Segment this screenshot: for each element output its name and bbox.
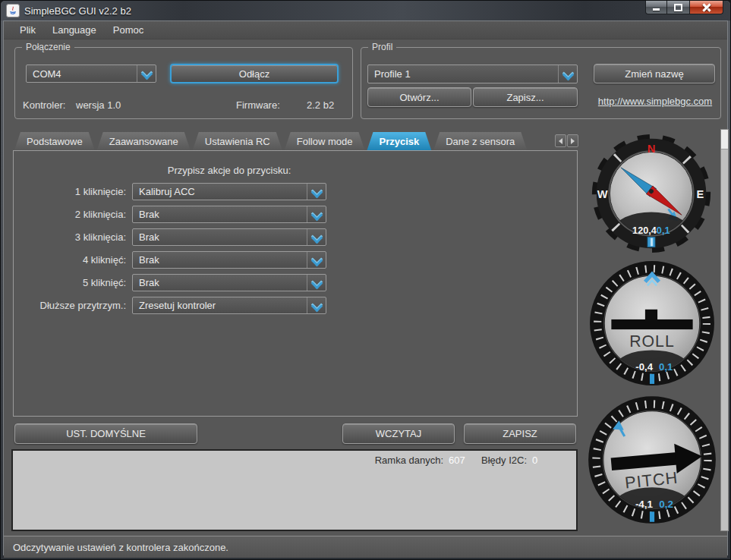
compass-north-label: N (648, 143, 656, 155)
simplebgc-link[interactable]: http://www.simplebgc.com (594, 96, 717, 107)
minimize-icon (653, 8, 660, 11)
tab-ustawienia-rc[interactable]: Ustawienia RC (193, 132, 282, 150)
controller-value: wersja 1.0 (76, 99, 121, 111)
defaults-button[interactable]: UST. DOMYŚLNE (14, 423, 197, 444)
menu-language[interactable]: Language (44, 23, 105, 37)
controller-label: Kontroler: (23, 99, 65, 111)
window-title: SimpleBGC GUI v2.2 b2 (24, 5, 131, 17)
profile-dropdown-button[interactable] (558, 65, 577, 83)
click2-select[interactable]: Brak (132, 206, 326, 223)
chevron-down-icon (313, 187, 320, 194)
long-press-label: Dłuższe przytrzym.: (14, 300, 126, 311)
minimize-button[interactable] (645, 1, 667, 14)
frames-value: 607 (449, 455, 468, 466)
rename-profile-button[interactable]: Zmień nazwę (594, 64, 715, 83)
pitch-angle-value: -4,1 (635, 499, 654, 510)
compass-gauge: N W E 120,4 0,1 (588, 131, 714, 256)
com-port-select[interactable]: COM4 (26, 64, 156, 83)
close-icon (690, 1, 723, 14)
tab-dane-z-sensora[interactable]: Dane z sensora (433, 132, 527, 150)
titlebar[interactable]: SimpleBGC GUI v2.2 b2 (1, 1, 730, 20)
com-port-value: COM4 (33, 68, 61, 80)
profile-select[interactable]: Profile 1 (367, 64, 578, 83)
click3-dropdown-button[interactable] (307, 229, 326, 245)
click3-value: Brak (139, 231, 159, 243)
pitch-gauge: PITCH -4,1 0,2 (585, 393, 719, 527)
chevron-down-icon (313, 232, 320, 240)
client-area: Plik Language Pomoc Połączenie COM4 Odłą… (3, 20, 728, 555)
roll-gauge: ROLL -0,4 0,1 (587, 258, 717, 389)
tab-follow-mode[interactable]: Follow mode (285, 132, 365, 150)
app-window: SimpleBGC GUI v2.2 b2 Plik Language Pomo… (0, 0, 731, 560)
maximize-button[interactable] (667, 1, 689, 14)
firmware-value: 2.2 b2 (307, 99, 334, 111)
tab-zaawansowane[interactable]: Zaawansowane (97, 132, 191, 150)
log-panel: Ramka danych: 607 Błędy I2C: 0 (11, 449, 578, 531)
vertical-scrollbar[interactable] (720, 129, 729, 531)
click2-label: 2 kliknięcia: (14, 209, 126, 220)
main-content: Połączenie COM4 Odłącz Kontroler: wersja… (4, 39, 727, 555)
click4-select[interactable]: Brak (132, 251, 326, 269)
arrow-right-icon (571, 138, 575, 144)
firmware-label: Firmware: (236, 99, 280, 111)
compass-west-label: W (597, 188, 608, 200)
long-press-dropdown-button[interactable] (307, 297, 326, 313)
click4-dropdown-button[interactable] (307, 252, 326, 268)
button-tab-panel: Przypisz akcje do przycisku: 1 kliknięci… (13, 150, 578, 417)
profile-group: Profil Profile 1 Zmień nazwę Otwórz... Z… (361, 47, 721, 119)
profile-value: Profile 1 (374, 68, 411, 80)
write-button[interactable]: ZAPISZ (464, 423, 576, 444)
chevron-down-icon (313, 300, 320, 308)
long-press-select[interactable]: Zresetuj kontroler (132, 297, 326, 314)
long-press-value: Zresetuj kontroler (139, 300, 216, 311)
window-controls (645, 1, 723, 14)
open-profile-button[interactable]: Otwórz... (367, 87, 471, 107)
tab-scroll-right-button[interactable] (567, 134, 578, 147)
tabstrip: Podstawowe Zaawansowane Ustawienia RC Fo… (14, 132, 527, 150)
tab-scroll-left-button[interactable] (555, 134, 566, 147)
click1-select[interactable]: Kalibruj ACC (132, 183, 326, 200)
click5-value: Brak (139, 277, 159, 288)
assign-actions-header: Przypisz akcje do przycisku: (132, 165, 326, 176)
save-profile-button[interactable]: Zapisz... (473, 87, 578, 107)
maximize-icon (674, 4, 682, 11)
i2c-errors-value: 0 (532, 455, 552, 466)
frames-label: Ramka danych: (375, 455, 443, 466)
click1-label: 1 kliknięcie: (14, 186, 126, 197)
com-port-dropdown-button[interactable] (137, 65, 156, 82)
pitch-rc-indicator (650, 511, 654, 521)
roll-angle-value: -0,4 (635, 361, 653, 373)
click2-dropdown-button[interactable] (307, 206, 326, 222)
profile-group-title: Profil (368, 42, 396, 52)
compass-east-label: E (697, 188, 704, 200)
click4-value: Brak (139, 254, 159, 266)
chevron-down-icon (313, 278, 320, 285)
tab-podstawowe[interactable]: Podstawowe (14, 132, 95, 150)
click4-label: 4 kliknięć: (14, 254, 126, 266)
click3-select[interactable]: Brak (132, 228, 326, 246)
connection-group-title: Połączenie (22, 42, 74, 52)
click5-select[interactable]: Brak (132, 274, 326, 291)
tab-przycisk[interactable]: Przycisk (367, 132, 431, 150)
menubar: Plik Language Pomoc (4, 21, 727, 39)
compass-heading-value: 120,4 (632, 225, 657, 236)
click5-dropdown-button[interactable] (307, 275, 326, 291)
roll-label: ROLL (629, 332, 675, 351)
arrow-left-icon (559, 138, 562, 144)
scrollbar-thumb[interactable] (721, 130, 728, 149)
click1-dropdown-button[interactable] (307, 184, 326, 200)
menu-plik[interactable]: Plik (11, 23, 44, 37)
close-button[interactable] (689, 1, 723, 14)
read-button[interactable]: WCZYTAJ (342, 423, 455, 444)
disconnect-button[interactable]: Odłącz (170, 64, 339, 83)
statusbar: Odczytywanie ustawień z kontrolera zakoń… (4, 536, 727, 558)
click1-value: Kalibruj ACC (139, 186, 195, 197)
click5-label: 5 kliknięć: (14, 277, 126, 288)
connection-group: Połączenie COM4 Odłącz Kontroler: wersja… (14, 47, 353, 119)
menu-pomoc[interactable]: Pomoc (105, 23, 152, 37)
click2-value: Brak (139, 209, 159, 220)
status-message: Odczytywanie ustawień z kontrolera zakoń… (13, 542, 228, 553)
roll-target-value: 0,1 (659, 361, 673, 373)
java-app-icon (6, 4, 20, 17)
i2c-errors-label: Błędy I2C: (481, 455, 527, 466)
